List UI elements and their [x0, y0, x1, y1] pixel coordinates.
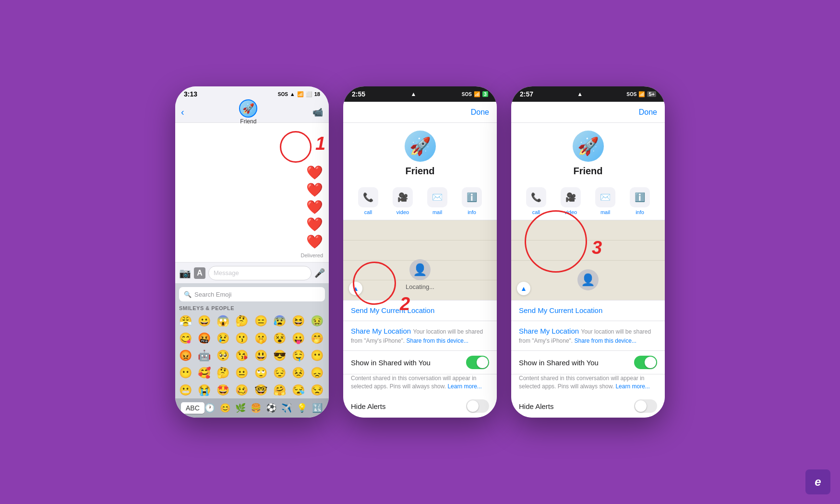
emoji-21[interactable]: 😃	[252, 348, 269, 364]
emoji-16[interactable]: 🤭	[309, 330, 325, 347]
emoji-17[interactable]: 😡	[177, 348, 193, 364]
phone1-contact-avatar[interactable]: 🚀	[239, 99, 257, 118]
emoji-25[interactable]: 😶	[177, 365, 193, 381]
phone1-signal-icon: ▲	[290, 91, 295, 97]
phone2-contact-name: Friend	[405, 166, 434, 177]
phone3-nav-icon[interactable]: ▲	[517, 282, 530, 295]
emoji-smiley-icon[interactable]: 😊	[220, 403, 230, 413]
emoji-object-icon[interactable]: 💡	[297, 403, 307, 413]
phone3-mail-btn[interactable]: ✉️ mail	[595, 187, 615, 215]
info-label: info	[468, 209, 476, 215]
emoji-28[interactable]: 😐	[234, 365, 250, 381]
emoji-38[interactable]: 🤗	[271, 382, 288, 398]
p3-send-current-btn[interactable]: Send My Current Location	[511, 300, 665, 321]
engadget-letter: e	[815, 475, 821, 489]
phone2-call-btn[interactable]: 📞 call	[358, 187, 378, 215]
phone3-done-btn[interactable]: Done	[639, 108, 657, 117]
emoji-27[interactable]: 🤔	[215, 365, 231, 381]
phone2-location-options: Send My Current Location Share My Locati…	[343, 300, 497, 418]
emoji-34[interactable]: 😭	[196, 382, 212, 398]
phone3-status-icons: SOS 📶 5+	[626, 91, 656, 97]
emoji-1[interactable]: 😤	[177, 313, 193, 329]
emoji-search-placeholder: Search Emoji	[194, 291, 231, 298]
abc-key[interactable]: ABC	[181, 402, 204, 414]
emoji-39[interactable]: 😪	[290, 382, 307, 398]
phone2-signal-icon: 📶	[474, 91, 480, 97]
emoji-24[interactable]: 😶	[309, 348, 325, 364]
emoji-30[interactable]: 😔	[271, 365, 288, 381]
emoji-clock-icon[interactable]: 🕐	[204, 403, 215, 413]
phone3-sos: SOS	[626, 92, 636, 97]
p3-video-icon: 🎥	[561, 187, 581, 207]
emoji-food-icon[interactable]: 🍔	[251, 403, 261, 413]
phone2-video-btn[interactable]: 🎥 video	[393, 187, 413, 215]
emoji-31[interactable]: 😣	[290, 365, 307, 381]
emoji-nature-icon[interactable]: 🌿	[235, 403, 246, 413]
emoji-12[interactable]: 😗	[234, 330, 250, 347]
apps-icon[interactable]: A	[194, 267, 205, 279]
learn-more-link[interactable]: Learn more...	[447, 383, 481, 390]
p3-hide-alerts-toggle[interactable]	[634, 399, 657, 413]
emoji-13[interactable]: 🤫	[252, 330, 269, 347]
phone2-nav-icon[interactable]: ▲	[349, 282, 362, 295]
phone1-video-btn[interactable]: 📹	[312, 107, 323, 118]
emoji-23[interactable]: 🤤	[290, 348, 307, 364]
emoji-8[interactable]: 🤢	[309, 313, 325, 329]
share-device-link[interactable]: Share from this device...	[407, 337, 468, 344]
show-shared-toggle[interactable]	[466, 356, 489, 369]
emoji-35[interactable]: 🤩	[215, 382, 231, 398]
emoji-29[interactable]: 🙄	[252, 365, 269, 381]
emoji-7[interactable]: 😆	[290, 313, 307, 329]
message-input[interactable]: Message	[208, 266, 312, 280]
p3-share-device-link[interactable]: Share from this device...	[575, 337, 636, 344]
hide-alerts-toggle[interactable]	[466, 399, 489, 413]
emoji-15[interactable]: 😛	[290, 330, 307, 347]
emoji-3[interactable]: 😱	[215, 313, 231, 329]
phone3-call-btn[interactable]: 📞 call	[526, 187, 546, 215]
camera-icon[interactable]: 📷	[179, 267, 191, 279]
phone1-back-btn[interactable]: ‹	[181, 107, 184, 118]
phone3-wrapper: 2:57 ▲ SOS 📶 5+ Done 🚀 Friend 📞	[511, 86, 665, 418]
mic-icon[interactable]: 🎤	[314, 268, 325, 278]
emoji-search-bar[interactable]: 🔍 Search Emoji	[179, 287, 325, 301]
emoji-grid-1: 😤 😀 😱 🤔 😑 😰 😆 🤢 😋 🤬 😢 😗 🤫 😵 😛 🤭	[175, 313, 329, 398]
phone2-mail-btn[interactable]: ✉️ mail	[427, 187, 447, 215]
emoji-section: SMILEYS & PEOPLE	[175, 305, 329, 313]
step2-number: 2	[400, 294, 410, 314]
emoji-32[interactable]: 😞	[309, 365, 325, 381]
emoji-travel-icon[interactable]: ✈️	[281, 403, 292, 413]
emoji-5[interactable]: 😑	[252, 313, 269, 329]
emoji-20[interactable]: 😘	[234, 348, 250, 364]
phone2-info-btn[interactable]: ℹ️ info	[462, 187, 482, 215]
emoji-2[interactable]: 😀	[196, 313, 212, 329]
emoji-flag-icon[interactable]: 🚩	[327, 403, 329, 413]
emoji-10[interactable]: 🤬	[196, 330, 212, 347]
emoji-19[interactable]: 🥺	[215, 348, 231, 364]
video-label: video	[396, 209, 409, 215]
emoji-18[interactable]: 🤖	[196, 348, 212, 364]
phone1-messages: ❤️ ❤️ ❤️ ❤️ ❤️ Delivered	[175, 123, 329, 262]
phone3-info-btn[interactable]: ℹ️ info	[630, 187, 650, 215]
phone2-wrapper: 2:55 ▲ SOS 📶 3 Done 🚀 Friend 📞	[343, 86, 497, 418]
delivered-label: Delivered	[301, 252, 323, 258]
share-location-btn[interactable]: Share My Location Your location will be …	[343, 321, 497, 351]
send-current-btn[interactable]: Send My Current Location	[343, 300, 497, 321]
emoji-4[interactable]: 🤔	[234, 313, 250, 329]
emoji-11[interactable]: 😢	[215, 330, 231, 347]
p3-show-shared-toggle[interactable]	[634, 356, 657, 369]
emoji-37[interactable]: 🤓	[252, 382, 269, 398]
emoji-symbol-icon[interactable]: 🔣	[312, 403, 323, 413]
emoji-14[interactable]: 😵	[271, 330, 288, 347]
emoji-33[interactable]: 😬	[177, 382, 193, 398]
phone3-video-btn[interactable]: 🎥 video	[561, 187, 581, 215]
emoji-9[interactable]: 😋	[177, 330, 193, 347]
p3-learn-more-link[interactable]: Learn more...	[615, 383, 649, 390]
emoji-40[interactable]: 😒	[309, 382, 325, 398]
emoji-activity-icon[interactable]: ⚽	[266, 403, 276, 413]
emoji-6[interactable]: 😰	[271, 313, 288, 329]
emoji-22[interactable]: 😎	[271, 348, 288, 364]
p3-share-location-btn[interactable]: Share My Location Your location will be …	[511, 321, 665, 351]
emoji-26[interactable]: 🥰	[196, 365, 212, 381]
phone2-done-btn[interactable]: Done	[471, 108, 489, 117]
emoji-36[interactable]: 🥴	[234, 382, 250, 398]
